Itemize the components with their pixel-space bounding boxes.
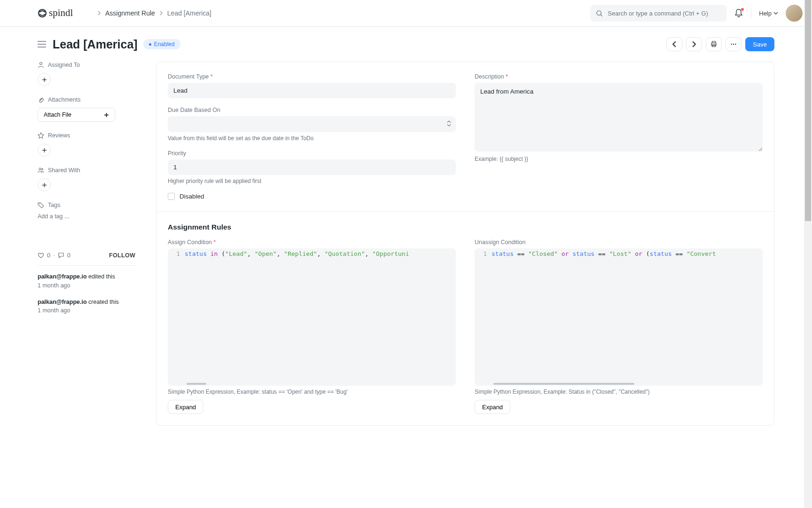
priority-help: Higher priority rule will be applied fir… bbox=[168, 178, 456, 184]
follow-button[interactable]: FOLLOW bbox=[109, 252, 135, 259]
due-date-help: Value from this field will be set as the… bbox=[168, 135, 456, 142]
unassign-condition-label: Unassign Condition bbox=[475, 239, 763, 246]
svg-point-10 bbox=[39, 168, 41, 170]
scroll-thumb[interactable] bbox=[187, 383, 206, 385]
section-divider bbox=[156, 211, 774, 212]
sidebar-toggle-icon[interactable] bbox=[38, 41, 46, 48]
due-date-label: Due Date Based On bbox=[168, 107, 456, 113]
assigned-to-label: Assigned To bbox=[48, 62, 80, 68]
priority-label: Priority bbox=[168, 150, 456, 157]
printer-icon bbox=[710, 41, 717, 48]
attach-file-button[interactable]: Attach File bbox=[38, 108, 115, 122]
description-help: Example: {{ subject }} bbox=[475, 156, 763, 162]
attachments-label: Attachments bbox=[48, 96, 80, 103]
paperclip-icon bbox=[38, 96, 44, 103]
dot-sep: · bbox=[53, 252, 55, 259]
chevron-down-icon bbox=[773, 11, 778, 16]
plus-icon bbox=[42, 148, 47, 153]
svg-text:spindl: spindl bbox=[49, 8, 73, 18]
comments-count: 0 bbox=[67, 252, 70, 259]
print-button[interactable] bbox=[706, 37, 722, 51]
activity-who: palkan@frappe.io bbox=[38, 273, 87, 280]
tags-label: Tags bbox=[48, 202, 60, 208]
attach-file-label: Attach File bbox=[44, 111, 71, 118]
notification-dot-icon bbox=[741, 8, 744, 11]
svg-point-9 bbox=[40, 63, 42, 65]
disabled-checkbox[interactable]: Disabled bbox=[168, 193, 456, 200]
prev-button[interactable] bbox=[666, 37, 682, 51]
assign-expand-button[interactable]: Expand bbox=[168, 400, 203, 414]
activity-when: 1 month ago bbox=[38, 307, 70, 314]
attachments-header: Attachments bbox=[38, 96, 135, 103]
chevron-right-icon bbox=[159, 9, 164, 17]
chevron-right-icon bbox=[691, 41, 697, 48]
document-type-input[interactable] bbox=[168, 83, 456, 98]
scroll-thumb[interactable] bbox=[493, 383, 634, 385]
code-text: status in ("Lead", "Open", "Replied", "Q… bbox=[185, 250, 409, 257]
assign-condition-label: Assign Condition bbox=[168, 239, 456, 246]
breadcrumb-parent[interactable]: Assignment Rule bbox=[105, 9, 155, 17]
breadcrumb: Assignment Rule Lead [America] bbox=[97, 9, 211, 17]
scrollbar-thumb[interactable] bbox=[805, 0, 811, 221]
add-tag-input[interactable]: Add a tag ... bbox=[38, 213, 135, 220]
disabled-label: Disabled bbox=[180, 193, 204, 200]
add-assignee-button[interactable] bbox=[38, 73, 51, 86]
activity-what: edited this bbox=[88, 273, 115, 280]
assignment-rules-heading: Assignment Rules bbox=[168, 223, 763, 231]
activity-who: palkan@frappe.io bbox=[38, 299, 87, 305]
activity-when: 1 month ago bbox=[38, 282, 70, 289]
reviews-label: Reviews bbox=[48, 132, 70, 139]
reviews-header: Reviews bbox=[38, 132, 135, 139]
due-date-select[interactable] bbox=[168, 116, 456, 132]
save-button[interactable]: Save bbox=[745, 37, 774, 51]
shared-with-label: Shared With bbox=[48, 167, 80, 174]
form-card: Document Type Due Date Based On Value fr… bbox=[156, 62, 774, 426]
likes-count: 0 bbox=[47, 252, 50, 259]
description-label: Description bbox=[475, 73, 763, 80]
svg-point-8 bbox=[735, 44, 736, 45]
plus-icon bbox=[42, 77, 47, 82]
heart-icon[interactable] bbox=[38, 252, 44, 259]
activity-what: created this bbox=[88, 299, 119, 305]
tags-header: Tags bbox=[38, 202, 135, 208]
activity-item: palkan@frappe.io edited this 1 month ago bbox=[38, 272, 135, 290]
assigned-to-header: Assigned To bbox=[38, 62, 135, 68]
divider bbox=[751, 9, 751, 17]
code-text: status == "Closed" or status == "Lost" o… bbox=[492, 250, 716, 257]
assign-condition-editor[interactable]: 1 status in ("Lead", "Open", "Replied", … bbox=[168, 248, 456, 386]
add-share-button[interactable] bbox=[38, 178, 51, 191]
brand-logo[interactable]: spindl bbox=[38, 8, 94, 19]
help-menu[interactable]: Help bbox=[759, 10, 778, 17]
svg-point-11 bbox=[41, 168, 43, 170]
help-label: Help bbox=[759, 10, 772, 17]
search-input[interactable]: Search or type a command (Ctrl + G) bbox=[590, 5, 726, 22]
star-icon bbox=[38, 132, 44, 139]
comment-icon[interactable] bbox=[58, 252, 64, 259]
priority-input[interactable] bbox=[168, 159, 456, 175]
user-icon bbox=[38, 62, 44, 68]
page-scrollbar[interactable] bbox=[804, 0, 812, 508]
form-sidebar: Assigned To Attachments Attach File Revi… bbox=[38, 62, 135, 426]
svg-point-6 bbox=[731, 44, 732, 45]
notifications-button[interactable] bbox=[734, 8, 743, 18]
shared-with-header: Shared With bbox=[38, 167, 135, 174]
unassign-expand-button[interactable]: Expand bbox=[475, 400, 510, 414]
more-actions-button[interactable] bbox=[726, 37, 742, 51]
breadcrumb-current: Lead [America] bbox=[167, 9, 211, 17]
dots-icon bbox=[730, 41, 737, 48]
page-header: Lead [America] Enabled Save bbox=[0, 27, 812, 58]
description-input[interactable]: Lead from America bbox=[475, 83, 763, 151]
tag-icon bbox=[38, 202, 44, 208]
document-type-label: Document Type bbox=[168, 73, 456, 80]
next-button[interactable] bbox=[686, 37, 702, 51]
status-badge: Enabled bbox=[143, 39, 180, 49]
avatar[interactable] bbox=[786, 5, 803, 22]
users-icon bbox=[38, 167, 44, 174]
unassign-help: Simple Python Expression, Example: Statu… bbox=[475, 389, 763, 395]
divider bbox=[38, 265, 135, 266]
search-placeholder: Search or type a command (Ctrl + G) bbox=[608, 10, 708, 17]
unassign-condition-editor[interactable]: 1 status == "Closed" or status == "Lost"… bbox=[475, 248, 763, 386]
gutter: 1 bbox=[475, 250, 492, 257]
add-review-button[interactable] bbox=[38, 143, 51, 157]
svg-point-7 bbox=[733, 44, 734, 45]
